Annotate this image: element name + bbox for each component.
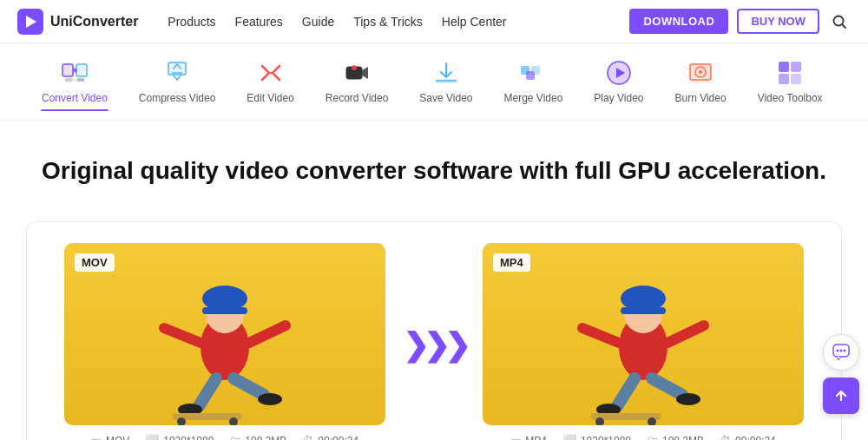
tool-convert-video[interactable]: Convert Video	[26, 52, 123, 111]
svg-line-30	[249, 325, 286, 343]
edit-video-icon	[257, 59, 285, 87]
demo-right-badge: MP4	[493, 253, 530, 272]
svg-point-20	[699, 70, 702, 74]
compress-video-icon	[163, 59, 191, 87]
demo-section: MOV	[26, 221, 842, 440]
chat-button[interactable]	[823, 334, 859, 371]
svg-point-34	[258, 393, 282, 405]
svg-line-43	[667, 325, 704, 343]
convert-video-icon	[61, 59, 89, 87]
record-video-icon	[343, 59, 371, 87]
chat-icon	[832, 343, 851, 362]
demo-left-resolution: ⬜ 1920*1080	[145, 434, 214, 440]
demo-left-duration: ⏱ 00:00:34	[302, 434, 358, 440]
tool-merge-video[interactable]: Merge Video	[489, 52, 579, 111]
arrow-up-icon	[833, 388, 849, 404]
svg-rect-7	[77, 78, 84, 82]
res-icon-left: ⬜	[145, 434, 159, 440]
scroll-top-button[interactable]	[823, 378, 859, 414]
demo-right-meta: ▭ MP4 ⬜ 1920*1080 🗂 100.3MB ⏱ 00:00:34	[510, 434, 776, 440]
merge-video-icon	[519, 59, 547, 87]
toolbar: Convert Video Compress Video Edit Video	[0, 43, 868, 121]
save-video-label: Save Video	[419, 92, 472, 104]
svg-line-44	[617, 378, 635, 406]
nav-links: Products Features Guide Tips & Tricks He…	[168, 15, 608, 29]
play-video-label: Play Video	[594, 92, 643, 104]
video-toolbox-icon	[776, 59, 804, 87]
arrow-chevrons: ❯❯❯	[403, 327, 465, 364]
save-video-icon	[432, 59, 460, 87]
svg-line-3	[843, 24, 846, 28]
svg-rect-4	[62, 64, 73, 76]
buynow-button[interactable]: BUY NOW	[737, 9, 819, 34]
svg-point-47	[676, 393, 700, 405]
tool-play-video[interactable]: Play Video	[578, 52, 659, 111]
burn-video-label: Burn Video	[674, 92, 726, 104]
record-video-label: Record Video	[326, 92, 389, 104]
edit-video-label: Edit Video	[247, 92, 294, 104]
size-icon-left: 🗂	[229, 434, 240, 440]
navbar: UniConverter Products Features Guide Tip…	[0, 0, 868, 43]
demo-left-format: ▭ MOV	[91, 434, 129, 440]
demo-right-resolution: ⬜ 1920*1080	[562, 434, 631, 440]
search-icon	[832, 14, 847, 30]
svg-line-31	[199, 378, 216, 406]
nav-features[interactable]: Features	[235, 15, 283, 29]
tool-burn-video[interactable]: Burn Video	[659, 52, 741, 111]
svg-rect-41	[621, 307, 666, 314]
svg-rect-6	[65, 78, 72, 82]
download-button[interactable]: DOWNLOAD	[629, 9, 728, 34]
skater-figure-left	[138, 260, 312, 425]
demo-right-video: MP4	[483, 243, 804, 425]
svg-rect-15	[526, 71, 535, 80]
burn-video-icon	[687, 59, 714, 87]
search-button[interactable]	[828, 10, 851, 33]
compress-video-label: Compress Video	[139, 92, 216, 104]
file-icon-left: ▭	[91, 434, 102, 440]
tool-save-video[interactable]: Save Video	[404, 52, 488, 111]
demo-right-duration: ⏱ 00:00:34	[720, 434, 776, 440]
demo-left-video: MOV	[64, 243, 385, 425]
tool-video-toolbox[interactable]: Video Toolbox	[742, 52, 838, 111]
hero-title: Original quality video converter softwar…	[17, 155, 851, 187]
svg-rect-5	[76, 64, 87, 76]
tool-record-video[interactable]: Record Video	[310, 52, 404, 111]
nav-help[interactable]: Help Center	[442, 15, 507, 29]
nav-guide[interactable]: Guide	[302, 15, 334, 29]
svg-line-29	[164, 328, 201, 343]
tool-compress-video[interactable]: Compress Video	[123, 52, 232, 111]
demo-left-col: MOV	[64, 243, 385, 440]
svg-rect-22	[791, 62, 801, 72]
svg-line-42	[582, 328, 619, 343]
tool-edit-video[interactable]: Edit Video	[231, 52, 310, 111]
demo-right-format: ▭ MP4	[510, 434, 547, 440]
res-icon-right: ⬜	[562, 434, 576, 440]
convert-video-label: Convert Video	[42, 92, 108, 104]
svg-rect-24	[791, 74, 801, 84]
svg-point-54	[844, 350, 846, 352]
svg-point-53	[840, 350, 843, 352]
nav-tips[interactable]: Tips & Tricks	[353, 15, 423, 29]
svg-line-32	[233, 378, 264, 395]
merge-video-label: Merge Video	[504, 92, 563, 104]
svg-rect-21	[779, 62, 789, 72]
conversion-arrows: ❯❯❯	[403, 327, 465, 364]
file-icon-right: ▭	[510, 434, 521, 440]
logo[interactable]: UniConverter	[17, 9, 138, 35]
svg-point-11	[352, 65, 357, 70]
time-icon-right: ⏱	[720, 434, 731, 440]
video-toolbox-label: Video Toolbox	[758, 92, 823, 104]
demo-left-size: 🗂 100.3MB	[229, 434, 286, 440]
svg-line-45	[652, 378, 682, 395]
nav-products[interactable]: Products	[168, 15, 215, 29]
skater-figure-right	[556, 260, 730, 425]
svg-point-52	[837, 350, 839, 352]
demo-right-size: 🗂 100.3MB	[647, 434, 704, 440]
svg-point-2	[834, 16, 844, 25]
play-video-icon	[605, 59, 633, 87]
svg-rect-28	[202, 307, 247, 314]
hero-section: Original quality video converter softwar…	[0, 121, 868, 204]
logo-text: UniConverter	[50, 14, 138, 30]
demo-row: MOV	[62, 243, 806, 440]
nav-actions: DOWNLOAD BUY NOW	[629, 9, 851, 34]
